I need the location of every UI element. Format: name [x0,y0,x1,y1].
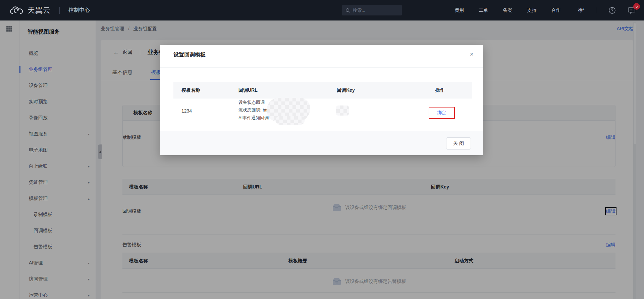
redacted-key-blur [336,105,349,116]
divider [160,67,483,68]
nav-divider [59,7,60,14]
bind-highlight-box: 绑定 [429,107,455,119]
console-center-link[interactable]: 控制中心 [68,7,90,14]
redacted-url-blur [276,116,305,125]
help-icon[interactable] [608,6,616,15]
global-search[interactable] [342,5,402,15]
modal-title: 设置回调模板 [173,51,206,58]
nav-item-billing[interactable]: 费用 [455,7,464,13]
row-url-line-stream: 流状态回调: http [238,107,270,113]
ctyun-cloud-logo-icon [9,5,24,15]
search-icon [345,8,350,13]
row-url-line-device: 设备状态回调 [238,99,265,105]
close-icon[interactable]: × [470,51,474,57]
row-template-name: 1234 [181,108,192,114]
search-input[interactable] [353,8,398,13]
col-action: 操作 [435,87,445,93]
col-template-name: 模板名称 [181,87,200,93]
nav-item-support[interactable]: 支持 [527,7,537,13]
nav-item-ticket[interactable]: 工单 [479,7,488,13]
close-button[interactable]: 关 闭 [446,137,471,150]
bind-link[interactable]: 绑定 [437,110,446,116]
col-callback-url: 回调URL [238,87,258,93]
divider [173,123,472,123]
col-callback-key: 回调Key [337,87,355,93]
message-icon[interactable]: 6 [627,6,636,15]
row-url-line-ai: AI事件通知回调: [238,115,270,121]
set-callback-template-modal: 设置回调模板 × 模板名称 回调URL 回调Key 操作 1234 设备状态回调… [160,45,483,155]
nav-item-record[interactable]: 备案 [503,7,513,13]
brand-name: 天翼云 [28,5,51,15]
user-menu[interactable]: 徐* [578,7,585,13]
nav-item-partner[interactable]: 合作 [551,7,561,13]
notification-badge: 6 [633,3,640,10]
top-navbar: 天翼云 控制中心 费用 工单 备案 支持 合作 徐* 6 [0,0,644,20]
modal-footer: 关 闭 [160,131,483,155]
nav-divider [597,7,597,13]
modal-table-header-row [173,82,472,98]
